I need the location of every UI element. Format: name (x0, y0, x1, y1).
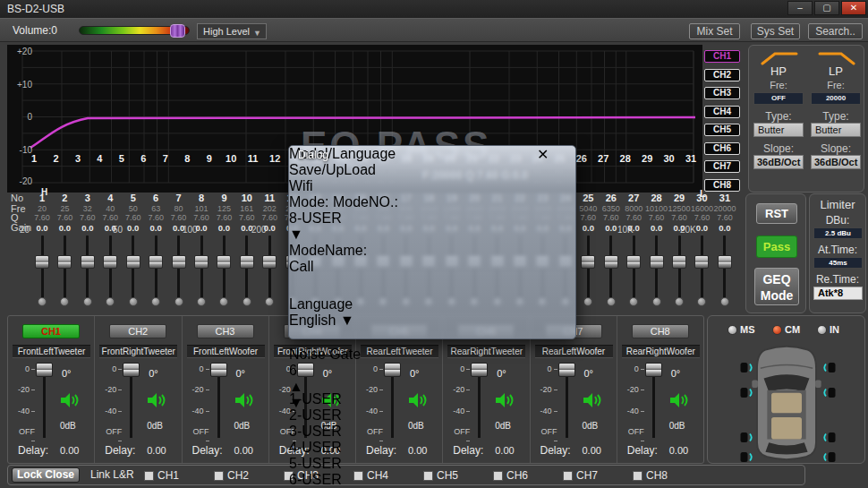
geq-band-select-dot[interactable] (106, 297, 115, 306)
maximize-icon[interactable]: ▢ (814, 1, 839, 15)
geq-band-select-dot[interactable] (675, 297, 684, 306)
channel-fader-track[interactable] (217, 368, 220, 438)
checkbox-icon[interactable] (214, 471, 224, 481)
checkbox-icon[interactable] (633, 471, 642, 481)
channel-fader-track[interactable] (43, 368, 46, 438)
eq-band-point[interactable]: 8 (178, 153, 196, 164)
link-checkbox-ch1[interactable]: CH1 (144, 469, 179, 482)
hp-fre-value[interactable]: OFF (753, 92, 804, 105)
dropdown-option[interactable]: 4-USER (289, 440, 575, 456)
volume-slider[interactable] (79, 26, 190, 35)
geq-fader-handle[interactable] (35, 255, 49, 269)
lp-type-select[interactable]: Butter (811, 123, 861, 137)
dialog-tab-0[interactable]: Model/Language (289, 146, 575, 162)
channel-button-ch8[interactable]: CH8 (632, 324, 689, 338)
rst-button[interactable]: RST (756, 203, 797, 224)
attack-time-value[interactable]: 45ms (813, 257, 863, 269)
geq-fader-handle[interactable] (81, 255, 95, 269)
delay-value[interactable]: 0.00 (234, 445, 253, 456)
dropdown-option[interactable]: 2-USER (289, 407, 575, 424)
geq-fader-handle[interactable] (672, 255, 686, 269)
car-speaker-icon[interactable] (740, 431, 753, 442)
car-speaker-icon[interactable] (740, 386, 753, 398)
eq-channel-button-ch2[interactable]: CH2 (704, 69, 740, 81)
delay-value[interactable]: 0.00 (669, 445, 688, 456)
sys-set-button[interactable]: Sys Set (751, 23, 800, 39)
dropdown-option[interactable]: 5-USER (289, 456, 575, 472)
eq-band-point[interactable]: 27 (594, 153, 612, 164)
geq-band-select-dot[interactable] (583, 297, 592, 306)
volume-slider-handle[interactable] (170, 24, 185, 38)
channel-name-field[interactable]: RearRightWoofer (622, 345, 700, 358)
geq-band-select-dot[interactable] (219, 297, 228, 306)
dialog-tab-1[interactable]: Save/UpLoad (289, 162, 575, 178)
geq-band-select-dot[interactable] (697, 297, 706, 306)
geq-fader-handle[interactable] (581, 255, 595, 269)
geq-band-select-dot[interactable] (243, 297, 251, 306)
eq-band-point[interactable]: 6 (134, 153, 152, 164)
geq-band-select-dot[interactable] (129, 297, 138, 306)
speaker-icon[interactable] (146, 391, 167, 413)
geq-fader-handle[interactable] (626, 255, 641, 269)
eq-band-point[interactable]: 31 (682, 153, 700, 164)
channel-button-ch1[interactable]: CH1 (22, 324, 80, 338)
dialog-tab-2[interactable]: Wifi (289, 178, 575, 194)
language-select[interactable]: English ▼ (289, 312, 359, 329)
geq-fader-handle[interactable] (217, 255, 231, 269)
pass-button[interactable]: Pass (756, 235, 797, 258)
geq-fader-handle[interactable] (126, 255, 140, 269)
geq-fader-handle[interactable] (650, 255, 664, 269)
channel-fader-track[interactable] (130, 368, 132, 438)
geq-fader-handle[interactable] (262, 255, 277, 269)
geq-fader-handle[interactable] (604, 255, 618, 269)
car-speaker-icon[interactable] (822, 361, 836, 372)
delay-value[interactable]: 0.00 (60, 445, 79, 456)
geq-fader-handle[interactable] (57, 255, 72, 269)
eq-band-point[interactable]: 3 (69, 153, 87, 164)
link-checkbox-ch2[interactable]: CH2 (214, 469, 249, 482)
channel-fader-handle[interactable] (123, 363, 140, 377)
minimize-icon[interactable]: – (787, 1, 813, 15)
channel-name-field[interactable]: FrontLeftWoofer (187, 345, 265, 358)
eq-band-point[interactable]: 5 (113, 153, 131, 164)
eq-band-point[interactable]: 1 (25, 153, 43, 164)
speaker-icon[interactable] (234, 391, 255, 413)
dbu-value[interactable]: 2.5 dBu (813, 227, 863, 239)
geq-mode-button[interactable]: GEQ Mode (754, 268, 799, 305)
geq-fader-handle[interactable] (694, 255, 709, 269)
speaker-icon[interactable] (582, 391, 603, 413)
geq-band-select-dot[interactable] (720, 297, 729, 306)
eq-channel-button-ch3[interactable]: CH3 (704, 87, 740, 99)
dialog-close-icon[interactable]: ✕ (537, 146, 567, 159)
dropdown-option[interactable]: 6-USER (289, 472, 575, 488)
monitor-radio-ms[interactable]: MS (728, 324, 755, 335)
link-checkbox-ch8[interactable]: CH8 (633, 469, 668, 482)
geq-fader-handle[interactable] (194, 255, 208, 269)
channel-button-ch3[interactable]: CH3 (197, 324, 254, 338)
search-button[interactable]: Search.. (808, 23, 863, 39)
release-time-value[interactable]: Atk*8 (813, 287, 863, 300)
dropdown-option[interactable]: 1-USER (289, 391, 575, 407)
eq-band-point[interactable]: 7 (157, 153, 174, 164)
geq-fader-handle[interactable] (240, 255, 254, 269)
geq-band-select-dot[interactable] (151, 297, 160, 306)
car-speaker-icon[interactable] (822, 386, 836, 398)
eq-band-point[interactable]: 9 (200, 153, 218, 164)
eq-channel-button-ch8[interactable]: CH8 (704, 179, 740, 192)
eq-band-point[interactable]: 12 (266, 153, 284, 164)
hp-type-select[interactable]: Butter (753, 123, 804, 137)
car-speaker-icon[interactable] (740, 361, 753, 372)
channel-fader-handle[interactable] (36, 363, 53, 377)
hp-slope-select[interactable]: 36dB/Oct (753, 155, 804, 169)
channel-fader-handle[interactable] (645, 363, 662, 377)
eq-band-point[interactable]: 29 (638, 153, 656, 164)
delay-value[interactable]: 0.00 (583, 445, 601, 456)
geq-fader-handle[interactable] (718, 255, 732, 269)
car-speaker-icon[interactable] (740, 450, 753, 462)
geq-band-select-dot[interactable] (60, 297, 69, 306)
channel-button-ch2[interactable]: CH2 (109, 324, 166, 338)
mix-set-button[interactable]: Mix Set (689, 23, 740, 39)
channel-name-field[interactable]: FrontRightTweeter (99, 345, 177, 358)
channel-fader-track[interactable] (652, 368, 655, 438)
lp-fre-value[interactable]: 20000 (811, 92, 861, 105)
